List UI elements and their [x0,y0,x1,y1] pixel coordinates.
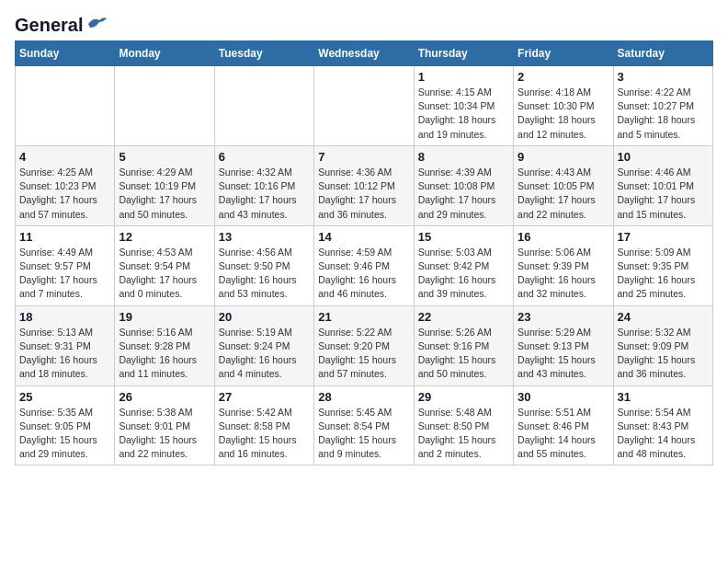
day-info: Sunrise: 5:38 AM Sunset: 9:01 PM Dayligh… [119,406,210,462]
day-number: 21 [318,310,409,324]
week-row-1: 1Sunrise: 4:15 AM Sunset: 10:34 PM Dayli… [16,66,713,146]
day-info: Sunrise: 4:46 AM Sunset: 10:01 PM Daylig… [618,166,709,222]
day-cell-23: 23Sunrise: 5:29 AM Sunset: 9:13 PM Dayli… [514,305,613,385]
weekday-header-sunday: Sunday [16,41,115,66]
day-number: 31 [618,390,709,404]
day-number: 19 [119,310,210,324]
day-number: 4 [19,150,110,164]
day-info: Sunrise: 4:29 AM Sunset: 10:19 PM Daylig… [119,166,210,222]
day-number: 6 [219,150,310,164]
day-info: Sunrise: 4:22 AM Sunset: 10:27 PM Daylig… [618,86,709,142]
day-number: 1 [418,70,509,84]
day-info: Sunrise: 5:26 AM Sunset: 9:16 PM Dayligh… [418,326,509,382]
weekday-header-monday: Monday [115,41,214,66]
day-cell-27: 27Sunrise: 5:42 AM Sunset: 8:58 PM Dayli… [214,385,313,465]
day-info: Sunrise: 5:35 AM Sunset: 9:05 PM Dayligh… [19,406,110,462]
day-number: 5 [119,150,210,164]
weekday-header-saturday: Saturday [613,41,712,66]
logo-bird-icon [86,15,107,31]
day-cell-21: 21Sunrise: 5:22 AM Sunset: 9:20 PM Dayli… [314,305,414,385]
day-number: 25 [19,390,110,404]
day-cell-12: 12Sunrise: 4:53 AM Sunset: 9:54 PM Dayli… [115,225,214,305]
day-cell-4: 4Sunrise: 4:25 AM Sunset: 10:23 PM Dayli… [16,145,115,225]
day-number: 18 [19,310,110,324]
day-cell-14: 14Sunrise: 4:59 AM Sunset: 9:46 PM Dayli… [314,225,414,305]
week-row-4: 18Sunrise: 5:13 AM Sunset: 9:31 PM Dayli… [16,305,713,385]
weekday-header-tuesday: Tuesday [214,41,313,66]
day-number: 28 [318,390,409,404]
day-info: Sunrise: 4:25 AM Sunset: 10:23 PM Daylig… [19,166,110,222]
day-number: 7 [318,150,409,164]
weekday-header-wednesday: Wednesday [314,41,414,66]
day-number: 13 [219,230,310,244]
day-info: Sunrise: 5:19 AM Sunset: 9:24 PM Dayligh… [219,326,310,382]
day-info: Sunrise: 4:49 AM Sunset: 9:57 PM Dayligh… [19,246,110,302]
day-info: Sunrise: 4:32 AM Sunset: 10:16 PM Daylig… [219,166,310,222]
weekday-header-row: SundayMondayTuesdayWednesdayThursdayFrid… [16,41,713,66]
week-row-2: 4Sunrise: 4:25 AM Sunset: 10:23 PM Dayli… [16,145,713,225]
day-number: 17 [618,230,709,244]
weekday-header-thursday: Thursday [414,41,513,66]
day-info: Sunrise: 5:09 AM Sunset: 9:35 PM Dayligh… [618,246,709,302]
day-number: 12 [119,230,210,244]
day-info: Sunrise: 5:32 AM Sunset: 9:09 PM Dayligh… [618,326,709,382]
day-number: 15 [418,230,509,244]
day-info: Sunrise: 5:03 AM Sunset: 9:42 PM Dayligh… [418,246,509,302]
day-number: 26 [119,390,210,404]
day-number: 16 [518,230,609,244]
day-info: Sunrise: 5:54 AM Sunset: 8:43 PM Dayligh… [618,406,709,462]
day-number: 29 [418,390,509,404]
day-cell-20: 20Sunrise: 5:19 AM Sunset: 9:24 PM Dayli… [214,305,313,385]
day-info: Sunrise: 4:39 AM Sunset: 10:08 PM Daylig… [418,166,509,222]
day-cell-11: 11Sunrise: 4:49 AM Sunset: 9:57 PM Dayli… [16,225,115,305]
day-cell-2: 2Sunrise: 4:18 AM Sunset: 10:30 PM Dayli… [514,66,613,146]
day-number: 27 [219,390,310,404]
day-cell-25: 25Sunrise: 5:35 AM Sunset: 9:05 PM Dayli… [16,385,115,465]
day-cell-5: 5Sunrise: 4:29 AM Sunset: 10:19 PM Dayli… [115,145,214,225]
day-info: Sunrise: 4:36 AM Sunset: 10:12 PM Daylig… [318,166,409,222]
day-cell-15: 15Sunrise: 5:03 AM Sunset: 9:42 PM Dayli… [414,225,513,305]
day-number: 14 [318,230,409,244]
empty-cell [16,66,115,146]
day-cell-13: 13Sunrise: 4:56 AM Sunset: 9:50 PM Dayli… [214,225,313,305]
week-row-5: 25Sunrise: 5:35 AM Sunset: 9:05 PM Dayli… [16,385,713,465]
weekday-header-friday: Friday [514,41,613,66]
day-number: 8 [418,150,509,164]
day-number: 11 [19,230,110,244]
day-info: Sunrise: 5:42 AM Sunset: 8:58 PM Dayligh… [219,406,310,462]
day-info: Sunrise: 4:56 AM Sunset: 9:50 PM Dayligh… [219,246,310,302]
empty-cell [214,66,313,146]
day-cell-18: 18Sunrise: 5:13 AM Sunset: 9:31 PM Dayli… [16,305,115,385]
day-info: Sunrise: 4:53 AM Sunset: 9:54 PM Dayligh… [119,246,210,302]
day-info: Sunrise: 4:18 AM Sunset: 10:30 PM Daylig… [518,86,609,142]
day-cell-17: 17Sunrise: 5:09 AM Sunset: 9:35 PM Dayli… [613,225,712,305]
day-cell-8: 8Sunrise: 4:39 AM Sunset: 10:08 PM Dayli… [414,145,513,225]
day-number: 24 [618,310,709,324]
day-cell-19: 19Sunrise: 5:16 AM Sunset: 9:28 PM Dayli… [115,305,214,385]
calendar-table: SundayMondayTuesdayWednesdayThursdayFrid… [15,40,713,465]
day-info: Sunrise: 5:22 AM Sunset: 9:20 PM Dayligh… [318,326,409,382]
day-cell-9: 9Sunrise: 4:43 AM Sunset: 10:05 PM Dayli… [514,145,613,225]
empty-cell [314,66,414,146]
day-number: 3 [618,70,709,84]
day-number: 30 [518,390,609,404]
day-info: Sunrise: 4:15 AM Sunset: 10:34 PM Daylig… [418,86,509,142]
day-info: Sunrise: 4:59 AM Sunset: 9:46 PM Dayligh… [318,246,409,302]
day-info: Sunrise: 5:48 AM Sunset: 8:50 PM Dayligh… [418,406,509,462]
day-number: 2 [518,70,609,84]
day-info: Sunrise: 5:06 AM Sunset: 9:39 PM Dayligh… [518,246,609,302]
day-number: 9 [518,150,609,164]
day-info: Sunrise: 5:45 AM Sunset: 8:54 PM Dayligh… [318,406,409,462]
day-cell-29: 29Sunrise: 5:48 AM Sunset: 8:50 PM Dayli… [414,385,513,465]
empty-cell [115,66,214,146]
logo: General [15,15,107,31]
day-cell-30: 30Sunrise: 5:51 AM Sunset: 8:46 PM Dayli… [514,385,613,465]
day-number: 23 [518,310,609,324]
day-cell-16: 16Sunrise: 5:06 AM Sunset: 9:39 PM Dayli… [514,225,613,305]
day-info: Sunrise: 5:29 AM Sunset: 9:13 PM Dayligh… [518,326,609,382]
day-cell-28: 28Sunrise: 5:45 AM Sunset: 8:54 PM Dayli… [314,385,414,465]
logo-general: General [15,15,83,35]
day-cell-31: 31Sunrise: 5:54 AM Sunset: 8:43 PM Dayli… [613,385,712,465]
week-row-3: 11Sunrise: 4:49 AM Sunset: 9:57 PM Dayli… [16,225,713,305]
day-number: 10 [618,150,709,164]
